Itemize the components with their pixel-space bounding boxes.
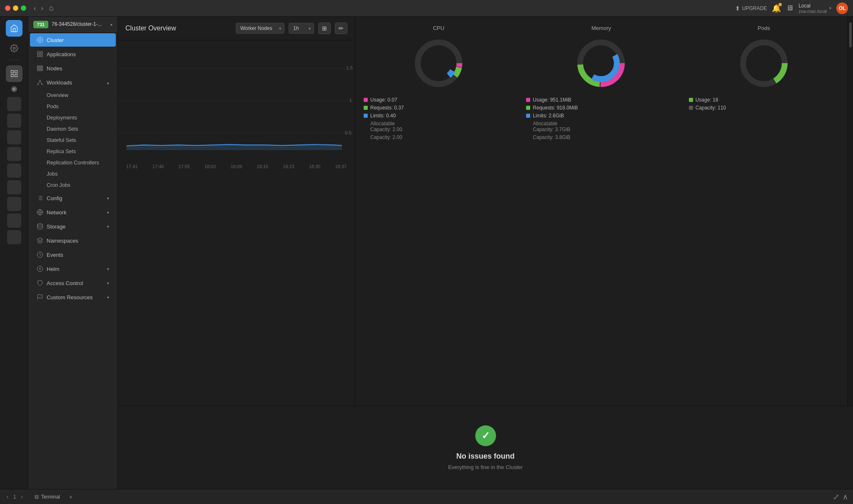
sidebar-item-workloads[interactable]: Workloads ▴ — [30, 76, 116, 89]
collapse-icon[interactable]: ∧ — [843, 492, 848, 502]
node-type-select-wrapper[interactable]: Worker Nodes All Nodes — [236, 23, 284, 34]
sidebar-item-namespaces[interactable]: Namespaces — [30, 234, 116, 247]
prev-page-button[interactable]: ‹ — [5, 493, 10, 501]
nav-item-7[interactable] — [7, 197, 21, 211]
cpu-donut — [412, 36, 466, 90]
home-icon-item[interactable] — [6, 20, 22, 37]
terminal-button[interactable]: ⊟ Terminal — [31, 492, 63, 502]
nav-item-9[interactable] — [7, 230, 21, 244]
nav-item-3[interactable] — [7, 130, 21, 144]
svg-rect-8 — [40, 52, 42, 54]
events-label: Events — [47, 252, 63, 258]
apps-gear-icon[interactable]: ⚙ — [11, 86, 17, 92]
sidebar-sub-cron-jobs[interactable]: Cron Jobs — [33, 180, 116, 191]
bottom-bar: ‹ 1 › ⊟ Terminal + ⤢ ∧ — [0, 489, 853, 504]
cpu-limits-value: Limits: 0.40 — [370, 113, 396, 119]
config-label: Config — [47, 195, 62, 201]
sidebar-item-storage[interactable]: Storage ▾ — [30, 220, 116, 233]
sidebar-item-helm[interactable]: Helm ▾ — [30, 262, 116, 276]
sidebar-item-network[interactable]: Network ▾ — [30, 206, 116, 219]
nav-item-8[interactable] — [7, 214, 21, 228]
nav-item-1[interactable] — [7, 97, 21, 111]
sidebar-item-nodes[interactable]: Nodes — [30, 62, 116, 75]
settings-icon-item[interactable] — [6, 40, 22, 57]
sidebar-sub-daemon-sets[interactable]: Daemon Sets — [33, 124, 116, 134]
sidebar-item-config[interactable]: Config ▾ — [30, 191, 116, 205]
custom-resources-chevron-icon: ▾ — [107, 295, 109, 300]
sidebar-item-cluster[interactable]: Cluster — [30, 33, 116, 47]
x-label-1: 17:48 — [152, 164, 164, 169]
sidebar-sub-overview[interactable]: Overview — [33, 90, 116, 101]
sidebar-cluster-label: Cluster — [47, 37, 64, 43]
x-label-3: 18:02 — [205, 164, 216, 169]
svg-line-18 — [40, 81, 42, 84]
apps-icon-item[interactable] — [6, 65, 22, 82]
nav-item-5[interactable] — [7, 164, 21, 178]
memory-requests-dot — [526, 106, 530, 110]
close-button[interactable] — [5, 5, 10, 11]
memory-limits-dot — [526, 114, 530, 118]
chart-svg: 1.5 1 0.5 — [118, 45, 355, 161]
right-scrollbar[interactable] — [847, 17, 853, 406]
time-range-select-wrapper[interactable]: 1h 3h 6h 24h — [289, 23, 314, 34]
back-button[interactable]: ‹ — [31, 4, 38, 13]
sidebar-sub-deployments[interactable]: Deployments — [33, 112, 116, 123]
chart-title: Cluster Overview — [125, 25, 176, 32]
sidebar-sub-replica-sets[interactable]: Replica Sets — [33, 146, 116, 157]
icon-bar: ⚙ — [0, 17, 28, 489]
x-label-4: 18:09 — [231, 164, 242, 169]
cpu-title: CPU — [433, 25, 444, 31]
cpu-limits-stat: Limits: 0.40 — [364, 113, 514, 119]
user-info[interactable]: Local zoa-mac.local ▾ — [798, 3, 831, 14]
sidebar-item-applications[interactable]: Applications — [30, 47, 116, 61]
forward-button[interactable]: › — [38, 4, 45, 13]
sidebar-item-custom-resources[interactable]: Custom Resources ▾ — [30, 290, 116, 304]
terminal-icon: ⊟ — [35, 494, 39, 500]
grid-view-button[interactable]: ⊞ — [318, 22, 331, 34]
cluster-selector[interactable]: 731 76-344528/cluster-1-... ▾ — [28, 17, 117, 33]
notification-button[interactable]: 🔔 — [772, 4, 781, 13]
sidebar-sub-jobs[interactable]: Jobs — [33, 169, 116, 179]
monitor-icon: 🖥 — [786, 4, 793, 12]
helm-label: Helm — [47, 266, 59, 272]
sidebar-item-events[interactable]: Events — [30, 248, 116, 261]
svg-rect-7 — [37, 52, 40, 54]
memory-usage-value: Usage: 951.1MiB — [533, 97, 571, 103]
sidebar-sub-stateful-sets[interactable]: Stateful Sets — [33, 135, 116, 146]
cpu-usage-value: Usage: 0.07 — [370, 97, 397, 103]
cluster-icon — [37, 37, 43, 43]
next-page-button[interactable]: › — [20, 493, 25, 501]
time-range-select[interactable]: 1h 3h 6h 24h — [289, 23, 314, 34]
network-chevron-icon: ▾ — [107, 210, 109, 215]
config-chevron-icon: ▾ — [107, 196, 109, 201]
gear-icon — [10, 44, 18, 52]
upgrade-label: UPGRADE — [742, 5, 767, 11]
maximize-button[interactable] — [21, 5, 26, 11]
cpu-capacity: Capacity: 2.00 — [364, 134, 514, 140]
nav-item-2[interactable] — [7, 114, 21, 128]
scroll-thumb[interactable] — [849, 22, 852, 47]
workloads-label: Workloads — [47, 79, 72, 86]
chart-panel: Cluster Overview Worker Nodes All Nodes … — [118, 17, 355, 406]
user-avatar[interactable]: OL — [836, 2, 848, 14]
expand-icon[interactable]: ⤢ — [833, 492, 839, 502]
sidebar-item-access-control[interactable]: Access Control ▾ — [30, 276, 116, 290]
cpu-usage-stat: Usage: 0.07 — [364, 97, 514, 103]
memory-stats: Usage: 951.1MiB Requests: 918.0MiB Limit… — [526, 97, 676, 142]
home-button[interactable]: ⌂ — [46, 3, 57, 13]
x-label-2: 17:55 — [178, 164, 190, 169]
node-type-select[interactable]: Worker Nodes All Nodes — [236, 23, 284, 34]
brush-button[interactable]: ✏ — [335, 22, 347, 34]
upgrade-button[interactable]: UPGRADE — [735, 5, 767, 12]
events-icon — [37, 251, 43, 258]
nav-item-6[interactable] — [7, 180, 21, 194]
metrics-panel: CPU — [355, 17, 847, 406]
nav-item-4[interactable] — [7, 147, 21, 161]
pods-stats: Usage: 18 Capacity: 110 — [689, 97, 839, 113]
add-terminal-button[interactable]: + — [67, 492, 75, 502]
workloads-icon — [37, 79, 43, 86]
sidebar-sub-replication-controllers[interactable]: Replication Controllers — [33, 157, 116, 168]
sidebar-sub-pods[interactable]: Pods — [33, 101, 116, 112]
minimize-button[interactable] — [13, 5, 18, 11]
access-control-icon — [37, 280, 43, 286]
